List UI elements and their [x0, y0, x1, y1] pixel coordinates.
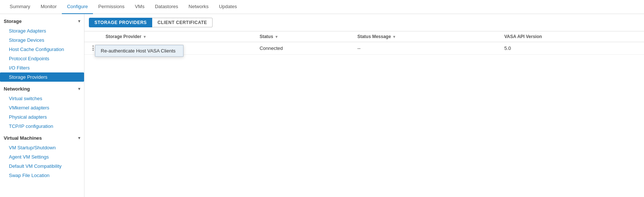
table-col-vasa-api-version: VASA API Version [501, 31, 644, 42]
tab-bar: STORAGE PROVIDERSCLIENT CERTIFICATE [84, 18, 644, 27]
sidebar-item-i-o-filters[interactable]: I/O Filters [0, 63, 84, 72]
chevron-down-icon: ▾ [78, 86, 80, 91]
table-col-status[interactable]: Status▼ [256, 31, 354, 42]
sidebar-section-title: Networking [4, 86, 30, 92]
sidebar-item-tcp-ip-configuration[interactable]: TCP/IP configuration [0, 122, 84, 131]
sidebar-item-host-cache-configuration[interactable]: Host Cache Configuration [0, 45, 84, 54]
filter-icon[interactable]: ▼ [393, 35, 396, 39]
sidebar-item-virtual-switches[interactable]: Virtual switches [0, 94, 84, 103]
sidebar: Storage▾Storage AdaptersStorage DevicesH… [0, 14, 84, 197]
chevron-down-icon: ▾ [78, 136, 80, 140]
reauthenticate-menu-item[interactable]: Re-authenticate Host VASA Clients [95, 45, 183, 57]
tab-client-certificate[interactable]: CLIENT CERTIFICATE [152, 18, 213, 27]
sidebar-item-protocol-endpoints[interactable]: Protocol Endpoints [0, 54, 84, 63]
sidebar-section-virtual-machines[interactable]: Virtual Machines▾ [0, 132, 84, 143]
table-row: ⋮ Re-authenticate Host VASA Clients Conn… [84, 42, 644, 55]
chevron-down-icon: ▾ [78, 19, 80, 24]
filter-icon[interactable]: ▼ [143, 35, 147, 39]
nav-item-updates[interactable]: Updates [214, 0, 242, 14]
main-content: STORAGE PROVIDERSCLIENT CERTIFICATE Stor… [84, 14, 644, 197]
context-menu: ⋮ Re-authenticate Host VASA Clients [88, 45, 98, 52]
main-layout: Storage▾Storage AdaptersStorage DevicesH… [0, 14, 644, 197]
table-body: ⋮ Re-authenticate Host VASA Clients Conn… [84, 42, 644, 55]
col-label: Storage Provider [106, 34, 141, 39]
sidebar-item-storage-devices[interactable]: Storage Devices [0, 35, 84, 45]
sidebar-section-networking[interactable]: Networking▾ [0, 83, 84, 94]
nav-item-monitor[interactable]: Monitor [36, 0, 62, 14]
table-header: Storage Provider▼Status▼Status Message▼V… [84, 31, 644, 42]
row-status-message: -- [354, 42, 501, 55]
nav-item-summary[interactable]: Summary [4, 0, 36, 14]
nav-item-permissions[interactable]: Permissions [93, 0, 130, 14]
sidebar-section-title: Storage [4, 18, 21, 24]
top-navigation: SummaryMonitorConfigurePermissionsVMsDat… [0, 0, 644, 14]
nav-item-networks[interactable]: Networks [183, 0, 214, 14]
nav-item-datastores[interactable]: Datastores [150, 0, 183, 14]
storage-providers-table: Storage Provider▼Status▼Status Message▼V… [84, 31, 644, 55]
sidebar-section-storage[interactable]: Storage▾ [0, 16, 84, 26]
sidebar-item-vmkernel-adapters[interactable]: VMkernel adapters [0, 103, 84, 112]
table-col-actions [84, 31, 102, 42]
row-vasa-version: 5.0 [501, 42, 644, 55]
filter-icon[interactable]: ▼ [275, 35, 278, 39]
sidebar-item-default-vm-compatibility[interactable]: Default VM Compatibility [0, 162, 84, 171]
sidebar-item-vm-startup-shutdown[interactable]: VM Startup/Shutdown [0, 143, 84, 152]
context-menu-popup: Re-authenticate Host VASA Clients [95, 45, 184, 57]
sidebar-item-storage-providers[interactable]: Storage Providers [0, 72, 84, 82]
sidebar-item-agent-vm-settings[interactable]: Agent VM Settings [0, 152, 84, 162]
sidebar-item-storage-adapters[interactable]: Storage Adapters [0, 26, 84, 35]
nav-item-configure[interactable]: Configure [62, 0, 93, 14]
col-label: Status Message [357, 34, 391, 39]
nav-item-vms[interactable]: VMs [130, 0, 150, 14]
table-wrapper: Storage Provider▼Status▼Status Message▼V… [84, 31, 644, 197]
row-status: Connected [256, 42, 354, 55]
sidebar-item-physical-adapters[interactable]: Physical adapters [0, 112, 84, 122]
table-col-storage-provider[interactable]: Storage Provider▼ [102, 31, 256, 42]
table-col-status-message[interactable]: Status Message▼ [354, 31, 501, 42]
tab-storage-providers[interactable]: STORAGE PROVIDERS [89, 18, 152, 27]
col-label: Status [260, 34, 273, 39]
col-label: VASA API Version [504, 34, 542, 39]
table-header-row: Storage Provider▼Status▼Status Message▼V… [84, 31, 644, 42]
row-action-cell: ⋮ Re-authenticate Host VASA Clients [84, 42, 102, 55]
sidebar-item-swap-file-location[interactable]: Swap File Location [0, 171, 84, 180]
sidebar-section-title: Virtual Machines [4, 135, 42, 141]
